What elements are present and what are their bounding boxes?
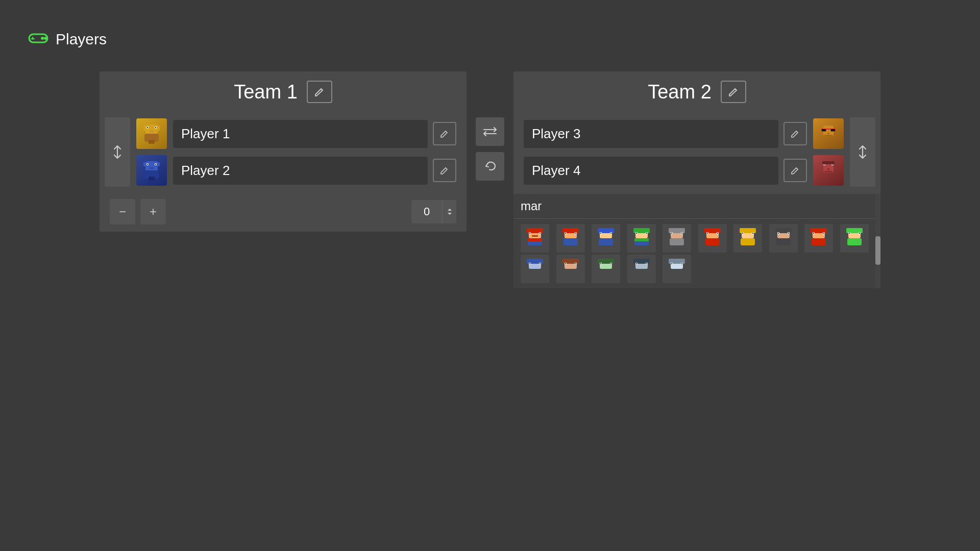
- svg-rect-112: [752, 233, 753, 234]
- svg-rect-11: [155, 127, 156, 128]
- svg-rect-30: [822, 129, 826, 131]
- char-mario-2[interactable]: [556, 224, 585, 253]
- svg-rect-132: [849, 233, 850, 234]
- team1-header: Team 1: [100, 71, 467, 112]
- svg-rect-13: [144, 134, 159, 142]
- char-green-1[interactable]: [592, 255, 620, 283]
- svg-rect-145: [565, 263, 566, 264]
- svg-rect-139: [529, 263, 530, 264]
- svg-rect-152: [610, 263, 611, 264]
- svg-rect-111: [742, 233, 743, 234]
- char-gray-1[interactable]: [663, 224, 691, 253]
- team2-player4-avatar: [812, 154, 845, 187]
- svg-rect-89: [636, 233, 637, 234]
- svg-rect-14: [149, 140, 152, 144]
- svg-rect-97: [671, 233, 672, 234]
- team2-player4-row: Player 4: [524, 154, 845, 187]
- char-search-bar: [513, 194, 880, 219]
- svg-point-1: [41, 37, 44, 40]
- svg-rect-133: [859, 233, 860, 234]
- svg-rect-10: [147, 127, 148, 128]
- svg-rect-98: [681, 233, 682, 234]
- svg-rect-119: [788, 233, 789, 234]
- char-dark-2[interactable]: [627, 255, 656, 283]
- team2-players-area: Player 3: [513, 112, 880, 192]
- svg-rect-164: [681, 263, 682, 264]
- swap-teams-button[interactable]: [476, 117, 504, 146]
- team1-player2-name: Player 2: [173, 157, 428, 185]
- svg-rect-146: [575, 263, 576, 264]
- svg-rect-134: [847, 238, 862, 245]
- team1-score-box: [411, 200, 456, 223]
- svg-rect-163: [671, 263, 672, 264]
- char-picker-scrollbar-thumb[interactable]: [875, 236, 880, 265]
- char-mario-1[interactable]: [521, 224, 549, 253]
- char-mario-9[interactable]: [804, 224, 833, 253]
- char-gray-2[interactable]: [663, 255, 691, 283]
- app-header: Players: [28, 31, 107, 48]
- char-luigi-1[interactable]: [627, 224, 656, 253]
- team1-controls: − +: [100, 192, 467, 232]
- team2-sort-button[interactable]: [850, 117, 875, 187]
- svg-rect-68: [532, 235, 538, 237]
- svg-rect-76: [575, 233, 576, 234]
- team2-player3-edit-button[interactable]: [783, 122, 807, 145]
- svg-rect-118: [778, 233, 779, 234]
- char-dark-1[interactable]: [769, 224, 798, 253]
- char-picker-scrollbar[interactable]: [875, 194, 880, 288]
- team1-player1-edit-button[interactable]: [433, 122, 456, 145]
- team1-panel: Team 1: [100, 71, 467, 232]
- svg-rect-104: [707, 233, 708, 234]
- char-luigi-2[interactable]: [840, 224, 869, 253]
- team2-player4-edit-button[interactable]: [783, 159, 807, 182]
- team1-player2-row: Player 2: [135, 154, 456, 187]
- svg-rect-120: [776, 238, 791, 245]
- undo-button[interactable]: [476, 152, 504, 181]
- svg-rect-41: [824, 171, 832, 172]
- svg-rect-24: [144, 170, 159, 179]
- char-ike-1[interactable]: [556, 255, 585, 283]
- char-grid: [513, 219, 880, 288]
- char-search-input[interactable]: [521, 199, 873, 213]
- char-marth-1[interactable]: [521, 255, 549, 283]
- team1-player2-edit-button[interactable]: [433, 159, 456, 182]
- svg-rect-63: [528, 228, 530, 230]
- team1-score-spinner[interactable]: [442, 200, 456, 223]
- middle-controls: [467, 107, 513, 191]
- svg-rect-70: [528, 238, 542, 241]
- team2-edit-button[interactable]: [721, 81, 746, 103]
- team1-edit-button[interactable]: [307, 81, 332, 103]
- team2-players-list: Player 3: [524, 117, 845, 187]
- svg-rect-84: [599, 238, 613, 245]
- char-mario-red-2[interactable]: [698, 224, 727, 253]
- svg-rect-42: [822, 161, 835, 164]
- team2-wrapper: Team 2 Player 3: [513, 71, 880, 235]
- svg-rect-34: [824, 135, 832, 136]
- svg-rect-25: [149, 177, 152, 181]
- svg-rect-67: [540, 233, 541, 234]
- team1-player1-row: Player 1: [135, 117, 456, 150]
- svg-rect-157: [636, 263, 637, 264]
- svg-rect-82: [600, 233, 601, 234]
- svg-rect-83: [610, 233, 611, 234]
- team2-player3-avatar: [812, 117, 845, 150]
- svg-rect-4: [31, 38, 35, 39]
- svg-rect-113: [741, 238, 755, 245]
- char-gold-1[interactable]: [733, 224, 762, 253]
- char-mario-3[interactable]: [592, 224, 620, 253]
- svg-rect-90: [646, 233, 647, 234]
- team2-title: Team 2: [648, 81, 712, 103]
- team1-remove-button[interactable]: −: [110, 199, 135, 224]
- svg-rect-77: [564, 238, 578, 245]
- gamepad-icon: [28, 31, 48, 48]
- svg-rect-23: [150, 167, 154, 169]
- svg-rect-127: [812, 238, 826, 245]
- team1-sort-button[interactable]: [105, 117, 130, 187]
- svg-rect-105: [717, 233, 718, 234]
- svg-rect-99: [670, 238, 684, 245]
- team2-player3-row: Player 3: [524, 117, 845, 150]
- team1-add-button[interactable]: +: [140, 199, 166, 224]
- svg-rect-126: [823, 233, 824, 234]
- app-title: Players: [56, 31, 107, 48]
- team1-score-input[interactable]: [411, 200, 442, 223]
